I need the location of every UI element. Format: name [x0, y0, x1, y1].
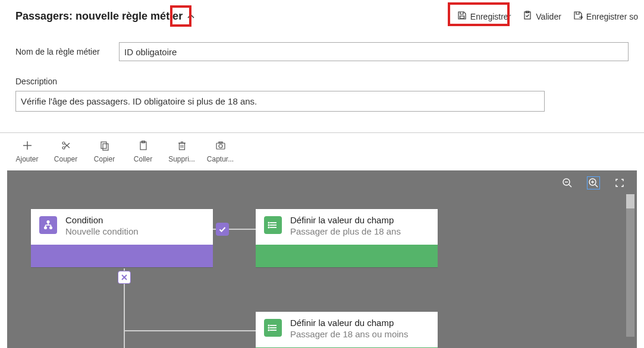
connector [124, 330, 256, 331]
header-actions: Enregistrer Valider Enregistrer so [451, 7, 644, 26]
list-icon [264, 319, 282, 337]
scissors-icon [61, 140, 71, 153]
svg-point-19 [219, 144, 222, 148]
svg-point-6 [62, 147, 65, 149]
toolbar: Ajouter Couper Copier Coller Suppri... C… [0, 133, 644, 168]
node-header: Condition Nouvelle condition [31, 209, 213, 245]
node-text: Définir la valeur du champ Passager de p… [290, 215, 401, 238]
scrollbar-thumb[interactable] [626, 194, 634, 208]
svg-point-41 [268, 224, 269, 225]
snapshot-label: Captur... [207, 155, 234, 163]
svg-line-25 [595, 185, 598, 187]
svg-point-46 [268, 325, 269, 325]
list-icon [264, 216, 282, 234]
svg-line-22 [569, 185, 571, 187]
node-footer [256, 245, 438, 267]
set-field-node-true[interactable]: Définir la valeur du champ Passager de p… [256, 209, 438, 267]
copy-button[interactable]: Copier [88, 138, 121, 166]
copy-icon [99, 140, 110, 153]
cut-button[interactable]: Couper [49, 138, 82, 166]
save-as-label: Enregistrer so [586, 12, 638, 21]
page-title: Passagers: nouvelle règle métier [15, 10, 183, 23]
save-as-icon [573, 11, 583, 22]
set-field-node-false[interactable]: Définir la valeur du champ Passager de 1… [256, 312, 438, 348]
svg-point-34 [50, 227, 52, 229]
node-subtitle: Nouvelle condition [65, 226, 139, 238]
node-footer [31, 245, 213, 267]
node-text: Définir la valeur du champ Passager de 1… [290, 318, 408, 340]
svg-point-48 [268, 330, 269, 330]
description-label: Description [15, 77, 629, 86]
svg-rect-9 [101, 142, 106, 148]
validate-button[interactable]: Valider [517, 7, 567, 26]
add-label: Ajouter [15, 155, 38, 163]
snapshot-button[interactable]: Captur... [204, 138, 237, 166]
svg-point-33 [45, 227, 47, 229]
canvas-controls [561, 176, 626, 189]
paste-label: Coller [134, 155, 152, 163]
svg-point-42 [268, 227, 269, 227]
node-text: Condition Nouvelle condition [65, 215, 139, 238]
save-as-button[interactable]: Enregistrer so [567, 7, 644, 26]
condition-node[interactable]: Condition Nouvelle condition [31, 209, 213, 267]
clipboard-check-icon [523, 11, 532, 22]
node-title: Définir la valeur du champ [290, 215, 401, 226]
vertical-scrollbar[interactable] [626, 194, 634, 337]
chevron-up-icon[interactable] [186, 12, 196, 21]
svg-rect-0 [460, 16, 464, 18]
save-button[interactable]: Enregistrer [451, 7, 517, 26]
branch-true-badge[interactable] [216, 223, 229, 236]
form-area: Nom de la règle métier Description Vérif… [0, 42, 644, 123]
node-title: Condition [65, 215, 139, 226]
svg-point-28 [47, 221, 49, 223]
delete-label: Suppri... [168, 155, 195, 163]
svg-rect-10 [103, 144, 108, 150]
svg-point-5 [62, 142, 65, 144]
cut-label: Couper [54, 155, 77, 163]
name-row: Nom de la règle métier [15, 42, 629, 61]
camera-icon [215, 140, 226, 153]
delete-button[interactable]: Suppri... [165, 138, 198, 166]
node-title: Définir la valeur du champ [290, 318, 408, 329]
save-icon [457, 11, 467, 22]
zoom-out-button[interactable] [561, 176, 574, 189]
svg-rect-20 [219, 142, 222, 143]
header: Passagers: nouvelle règle métier Enregis… [0, 0, 644, 33]
validate-label: Valider [536, 12, 561, 21]
paste-button[interactable]: Coller [127, 138, 159, 166]
svg-point-47 [268, 327, 269, 328]
copy-label: Copier [94, 155, 115, 163]
trash-icon [177, 140, 187, 153]
plus-icon [22, 140, 33, 153]
name-label: Nom de la règle métier [15, 47, 111, 56]
svg-line-7 [65, 144, 70, 148]
branch-icon [39, 216, 57, 234]
node-subtitle: Passager de plus de 18 ans [290, 226, 401, 238]
branch-false-badge[interactable] [118, 271, 131, 284]
svg-line-8 [65, 143, 70, 147]
save-label: Enregistrer [470, 12, 511, 21]
header-left: Passagers: nouvelle règle métier [15, 10, 196, 23]
node-subtitle: Passager de 18 ans ou moins [290, 329, 408, 340]
name-input[interactable] [119, 42, 629, 61]
svg-rect-13 [179, 143, 184, 150]
node-header: Définir la valeur du champ Passager de 1… [256, 312, 438, 347]
clipboard-icon [138, 140, 149, 153]
fit-screen-button[interactable] [613, 176, 626, 189]
zoom-in-button[interactable] [587, 176, 600, 189]
svg-point-40 [268, 222, 269, 223]
description-input[interactable]: Vérifie l'âge des passagers. ID obligato… [15, 91, 545, 112]
add-button[interactable]: Ajouter [11, 138, 43, 166]
node-header: Définir la valeur du champ Passager de p… [256, 209, 438, 245]
canvas[interactable]: Condition Nouvelle condition Définir la … [7, 170, 637, 348]
